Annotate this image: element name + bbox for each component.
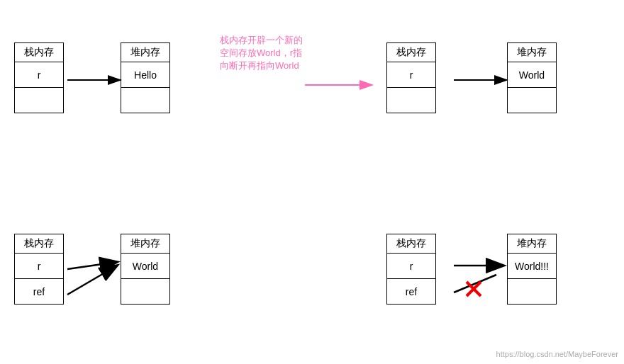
top-right-heap: 堆内存 World xyxy=(507,42,557,113)
stack-r-tr: r xyxy=(386,62,436,88)
svg-line-7 xyxy=(67,266,117,295)
stack-label-br: 栈内存 xyxy=(386,234,436,254)
stack-ref-br: ref xyxy=(386,279,436,305)
stack-empty-tr xyxy=(386,88,436,113)
top-right-stack: 栈内存 r xyxy=(386,42,436,113)
heap-empty-br xyxy=(507,279,557,305)
svg-line-11 xyxy=(467,282,481,296)
svg-line-10 xyxy=(467,282,481,296)
bottom-left-stack: 栈内存 r ref xyxy=(14,234,64,305)
stack-label-bl: 栈内存 xyxy=(14,234,64,254)
heap-label-tl: 堆内存 xyxy=(121,42,170,62)
top-left-stack: 栈内存 r xyxy=(14,42,64,113)
stack-r-tl: r xyxy=(14,62,64,88)
watermark: https://blog.csdn.net/MaybeForever xyxy=(496,350,618,358)
svg-line-9 xyxy=(454,275,496,292)
bottom-left-heap: 堆内存 World xyxy=(121,234,170,305)
heap-worldbang-br: World!!! xyxy=(507,254,557,279)
heap-label-br: 堆内存 xyxy=(507,234,557,254)
svg-line-6 xyxy=(67,262,117,269)
bottom-right-heap: 堆内存 World!!! xyxy=(507,234,557,305)
heap-empty-tr xyxy=(507,88,557,113)
top-left-heap: 堆内存 Hello xyxy=(121,42,170,113)
stack-r-bl: r xyxy=(14,254,64,279)
annotation-text: 栈内存开辟一个新的 空间存放World，r指 向断开再指向World xyxy=(220,34,303,73)
heap-empty-tl xyxy=(121,88,170,113)
heap-world-tr: World xyxy=(507,62,557,88)
heap-world-bl: World xyxy=(121,254,170,279)
main-diagram: 栈内存 r 堆内存 Hello 栈内存开辟一个新的 空间存放World，r指 向… xyxy=(0,0,624,364)
bottom-right-stack: 栈内存 r ref xyxy=(386,234,436,305)
heap-label-tr: 堆内存 xyxy=(507,42,557,62)
heap-label-bl: 堆内存 xyxy=(121,234,170,254)
heap-hello-tl: Hello xyxy=(121,62,170,88)
heap-empty-bl xyxy=(121,279,170,305)
stack-empty-tl xyxy=(14,88,64,113)
stack-label-tl: 栈内存 xyxy=(14,42,64,62)
stack-ref-bl: ref xyxy=(14,279,64,305)
stack-label-tr: 栈内存 xyxy=(386,42,436,62)
stack-r-br: r xyxy=(386,254,436,279)
